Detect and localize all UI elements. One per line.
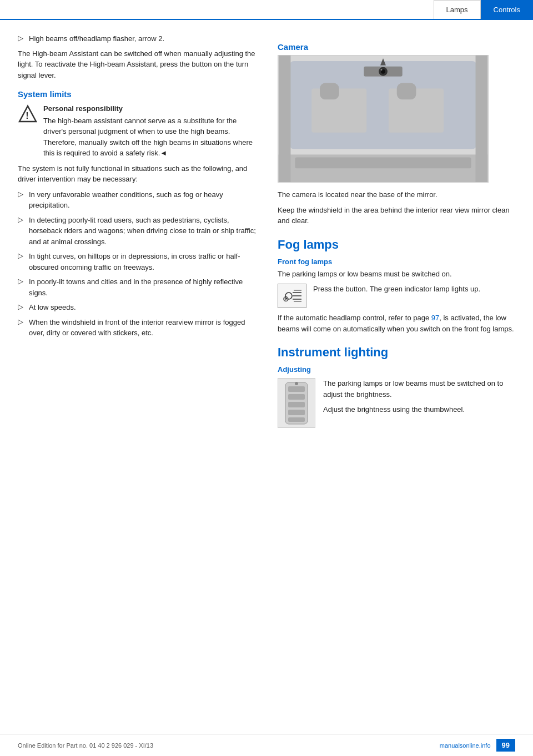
camera-heading: Camera [278,42,516,52]
system-paragraph: The system is not fully functional in si… [18,163,261,185]
tab-lamps[interactable]: Lamps [434,0,481,19]
bullet-text-2: In detecting poorly-lit road users, such… [29,215,261,248]
fog-button-row: ⊕ Press the button. The green indicator … [278,284,516,308]
main-content: ▷ High beams off/headlamp flasher, arrow… [0,20,533,428]
svg-rect-7 [397,83,416,100]
left-column: ▷ High beams off/headlamp flasher, arrow… [0,33,272,428]
instrument-row: The parking lamps or low beams must be s… [278,378,516,428]
fog-button-text: Press the button. The green indicator la… [313,284,480,295]
instrument-thumbwheel-image [278,378,315,428]
svg-rect-16 [476,56,488,182]
svg-rect-4 [311,88,366,132]
list-item: ▷ At low speeds. [18,302,261,313]
bullet-text-6: When the windshield in front of the inte… [29,317,261,339]
auto-headlamp-para: If the automatic headlamp control, refer… [278,313,516,334]
instrument-para1: The parking lamps or low beams must be s… [323,378,516,400]
page-97-link[interactable]: 97 [431,314,439,322]
svg-rect-5 [389,88,444,132]
svg-rect-15 [279,56,291,182]
bullet-text-4: In poorly-lit towns and cities and in th… [29,276,261,298]
warning-box: ! Personal responsibility The high-beam … [18,103,261,159]
fog-button-icon: ⊕ [278,284,306,308]
front-fog-para: The parking lamps or low beams must be s… [278,269,516,280]
instrument-lighting-heading: Instrument lighting [278,345,516,360]
instrument-para2: Adjust the brightness using the thumbwhe… [323,404,516,415]
page-number: 99 [496,739,515,752]
tab-lamps-label: Lamps [446,6,468,14]
svg-rect-26 [288,394,305,400]
list-item: ▷ In poorly-lit towns and cities and in … [18,276,261,298]
svg-rect-27 [288,402,305,407]
page-footer: Online Edition for Part no. 01 40 2 926 … [0,734,533,756]
front-fog-heading: Front fog lamps [278,258,516,266]
instrument-text-block: The parking lamps or low beams must be s… [323,378,516,420]
svg-rect-29 [288,417,305,422]
svg-rect-25 [288,386,305,392]
bullet-arrow-icon: ▷ [18,277,23,285]
page-header: Lamps Controls [0,0,533,20]
camera-para2: Keep the windshield in the area behind t… [278,205,516,226]
list-item: ▷ In tight curves, on hilltops or in dep… [18,251,261,273]
header-tabs: Lamps Controls [434,0,533,19]
warning-body: The high-beam assistant cannot serve as … [43,117,253,158]
bullet-text-3: In tight curves, on hilltops or in depre… [29,251,261,273]
camera-para1: The camera is located near the base of t… [278,189,516,200]
svg-rect-28 [288,410,305,415]
bullet-text-1: In very unfavorable weather conditions, … [29,189,261,211]
list-item: ▷ In very unfavorable weather conditions… [18,189,261,211]
bullet-arrow-icon: ▷ [18,190,23,198]
svg-point-11 [381,69,383,70]
warning-title: Personal responsibility [43,103,261,114]
bullet-arrow-icon: ▷ [18,34,23,42]
tab-controls[interactable]: Controls [481,0,533,19]
fog-lamps-heading: Fog lamps [278,238,516,252]
list-item: ▷ When the windshield in front of the in… [18,317,261,339]
svg-rect-14 [295,157,471,168]
intro-bullet-text: High beams off/headlamp flasher, arrow 2… [29,33,164,44]
svg-rect-6 [320,83,339,100]
svg-point-30 [295,382,298,385]
auto-para-text1: If the automatic headlamp control, refer… [278,314,431,322]
intro-bullet-item: ▷ High beams off/headlamp flasher, arrow… [18,33,261,44]
footer-logo: manualsonline.info [440,742,491,749]
bullet-list: ▷ In very unfavorable weather conditions… [18,189,261,339]
svg-text:⊕: ⊕ [283,294,289,303]
bullet-text-5: At low speeds. [29,302,76,313]
footer-edition-text: Online Edition for Part no. 01 40 2 926 … [18,742,153,749]
warning-text-block: Personal responsibility The high-beam as… [43,103,261,159]
high-beam-paragraph: The High-beam Assistant can be switched … [18,48,261,81]
camera-image [278,55,489,183]
warning-triangle-icon: ! [18,104,38,124]
svg-text:!: ! [26,111,28,120]
bullet-arrow-icon: ▷ [18,215,23,224]
list-item: ▷ In detecting poorly-lit road users, su… [18,215,261,248]
bullet-arrow-icon: ▷ [18,317,23,326]
bullet-arrow-icon: ▷ [18,251,23,260]
bullet-arrow-icon: ▷ [18,303,23,311]
tab-controls-label: Controls [494,6,520,14]
system-limits-heading: System limits [18,89,261,99]
adjusting-heading: Adjusting [278,365,516,374]
right-column: Camera [272,33,533,428]
